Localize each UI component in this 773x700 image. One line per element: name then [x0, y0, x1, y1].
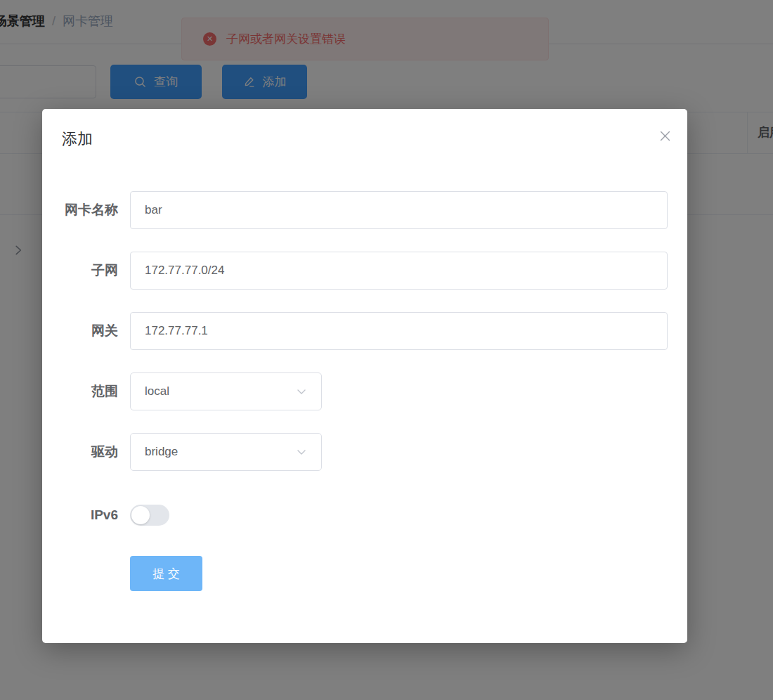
subnet-input[interactable]	[130, 252, 668, 290]
nic-name-input[interactable]	[130, 191, 668, 229]
nic-name-label: 网卡名称	[42, 191, 118, 229]
add-dialog: 添加 网卡名称 子网 网关 范围 local 驱动 bridge	[42, 109, 687, 643]
driver-select-value: bridge	[145, 445, 178, 459]
scope-select[interactable]: local	[130, 372, 322, 410]
submit-button[interactable]: 提 交	[130, 556, 202, 591]
gateway-input[interactable]	[130, 312, 668, 350]
ipv6-toggle[interactable]	[130, 505, 169, 526]
driver-select[interactable]: bridge	[130, 433, 322, 471]
gateway-label: 网关	[42, 312, 118, 350]
driver-label: 驱动	[42, 433, 118, 471]
scope-select-value: local	[145, 384, 169, 398]
dialog-title: 添加	[62, 130, 93, 148]
subnet-label: 子网	[42, 252, 118, 290]
ipv6-label: IPv6	[42, 505, 118, 526]
toggle-knob	[131, 506, 150, 524]
chevron-down-icon	[296, 386, 307, 397]
scope-label: 范围	[42, 372, 118, 410]
dialog-close-button[interactable]	[656, 129, 673, 145]
chevron-down-icon	[296, 446, 307, 458]
close-icon	[658, 129, 672, 145]
